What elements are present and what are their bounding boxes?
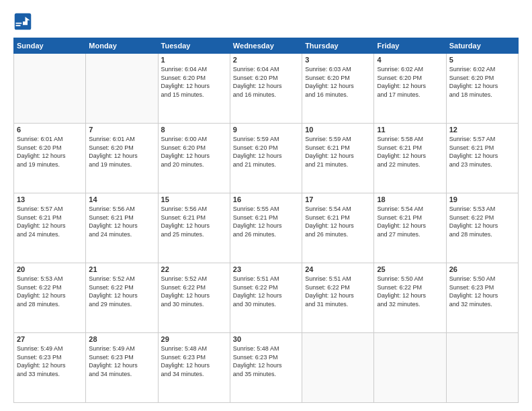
calendar-cell: 2Sunrise: 6:04 AM Sunset: 6:20 PM Daylig… <box>230 54 302 124</box>
logo <box>13 12 35 31</box>
day-number: 16 <box>233 195 299 203</box>
col-header-sunday: Sunday <box>14 38 86 54</box>
cell-info: Sunrise: 5:49 AM Sunset: 6:23 PM Dayligh… <box>17 345 83 378</box>
calendar-cell: 29Sunrise: 5:48 AM Sunset: 6:23 PM Dayli… <box>158 333 230 403</box>
cell-info: Sunrise: 5:59 AM Sunset: 6:20 PM Dayligh… <box>233 135 299 169</box>
day-number: 24 <box>305 265 371 273</box>
col-header-saturday: Saturday <box>446 38 518 54</box>
day-number: 5 <box>449 56 515 64</box>
calendar-cell: 4Sunrise: 6:02 AM Sunset: 6:20 PM Daylig… <box>374 54 446 124</box>
calendar-cell <box>446 333 518 403</box>
calendar-cell: 24Sunrise: 5:51 AM Sunset: 6:22 PM Dayli… <box>302 263 374 333</box>
calendar-cell: 7Sunrise: 6:01 AM Sunset: 6:20 PM Daylig… <box>86 124 158 193</box>
calendar-cell: 1Sunrise: 6:04 AM Sunset: 6:20 PM Daylig… <box>158 54 230 124</box>
day-number: 12 <box>449 126 515 134</box>
day-number: 28 <box>89 335 154 343</box>
day-number: 3 <box>305 56 371 64</box>
day-number: 19 <box>449 195 515 203</box>
calendar-cell: 16Sunrise: 5:55 AM Sunset: 6:21 PM Dayli… <box>230 193 302 263</box>
calendar-cell: 17Sunrise: 5:54 AM Sunset: 6:21 PM Dayli… <box>302 193 374 263</box>
calendar-cell: 28Sunrise: 5:49 AM Sunset: 6:23 PM Dayli… <box>86 333 158 403</box>
cell-info: Sunrise: 5:51 AM Sunset: 6:22 PM Dayligh… <box>305 275 371 308</box>
cell-info: Sunrise: 5:58 AM Sunset: 6:21 PM Dayligh… <box>377 135 443 169</box>
header <box>13 12 519 31</box>
calendar-cell: 5Sunrise: 6:02 AM Sunset: 6:20 PM Daylig… <box>446 54 518 124</box>
calendar-cell <box>86 54 158 124</box>
calendar-cell: 23Sunrise: 5:51 AM Sunset: 6:22 PM Dayli… <box>230 263 302 333</box>
cell-info: Sunrise: 5:48 AM Sunset: 6:23 PM Dayligh… <box>161 345 227 378</box>
day-number: 20 <box>17 265 83 273</box>
week-row-1: 1Sunrise: 6:04 AM Sunset: 6:20 PM Daylig… <box>14 54 519 124</box>
svg-rect-2 <box>16 23 22 24</box>
cell-info: Sunrise: 6:01 AM Sunset: 6:20 PM Dayligh… <box>89 135 154 169</box>
day-number: 6 <box>17 126 83 134</box>
calendar-cell: 12Sunrise: 5:57 AM Sunset: 6:21 PM Dayli… <box>446 124 518 193</box>
cell-info: Sunrise: 6:04 AM Sunset: 6:20 PM Dayligh… <box>161 65 227 99</box>
week-row-3: 13Sunrise: 5:57 AM Sunset: 6:21 PM Dayli… <box>14 193 519 263</box>
cell-info: Sunrise: 6:01 AM Sunset: 6:20 PM Dayligh… <box>17 135 83 169</box>
cell-info: Sunrise: 5:54 AM Sunset: 6:21 PM Dayligh… <box>305 205 371 238</box>
calendar-cell: 10Sunrise: 5:59 AM Sunset: 6:21 PM Dayli… <box>302 124 374 193</box>
calendar-cell <box>14 54 86 124</box>
calendar-cell: 9Sunrise: 5:59 AM Sunset: 6:20 PM Daylig… <box>230 124 302 193</box>
cell-info: Sunrise: 6:00 AM Sunset: 6:20 PM Dayligh… <box>161 135 227 169</box>
day-number: 25 <box>377 265 443 273</box>
calendar-table: SundayMondayTuesdayWednesdayThursdayFrid… <box>13 38 519 403</box>
day-number: 13 <box>17 195 83 203</box>
calendar-cell: 21Sunrise: 5:52 AM Sunset: 6:22 PM Dayli… <box>86 263 158 333</box>
col-header-tuesday: Tuesday <box>158 38 230 54</box>
calendar-cell: 13Sunrise: 5:57 AM Sunset: 6:21 PM Dayli… <box>14 193 86 263</box>
calendar-cell: 3Sunrise: 6:03 AM Sunset: 6:20 PM Daylig… <box>302 54 374 124</box>
cell-info: Sunrise: 5:56 AM Sunset: 6:21 PM Dayligh… <box>161 205 227 238</box>
cell-info: Sunrise: 5:59 AM Sunset: 6:21 PM Dayligh… <box>305 135 371 169</box>
week-row-4: 20Sunrise: 5:53 AM Sunset: 6:22 PM Dayli… <box>14 263 519 333</box>
calendar-cell <box>302 333 374 403</box>
calendar-header-row: SundayMondayTuesdayWednesdayThursdayFrid… <box>14 38 519 54</box>
day-number: 30 <box>233 335 299 343</box>
day-number: 10 <box>305 126 371 134</box>
cell-info: Sunrise: 6:04 AM Sunset: 6:20 PM Dayligh… <box>233 65 299 99</box>
page: SundayMondayTuesdayWednesdayThursdayFrid… <box>0 0 532 411</box>
calendar-cell: 6Sunrise: 6:01 AM Sunset: 6:20 PM Daylig… <box>14 124 86 193</box>
day-number: 9 <box>233 126 299 134</box>
cell-info: Sunrise: 5:49 AM Sunset: 6:23 PM Dayligh… <box>89 345 154 378</box>
cell-info: Sunrise: 5:57 AM Sunset: 6:21 PM Dayligh… <box>17 205 83 238</box>
calendar-cell: 30Sunrise: 5:48 AM Sunset: 6:23 PM Dayli… <box>230 333 302 403</box>
cell-info: Sunrise: 5:53 AM Sunset: 6:22 PM Dayligh… <box>449 205 515 238</box>
cell-info: Sunrise: 5:50 AM Sunset: 6:23 PM Dayligh… <box>449 275 515 308</box>
col-header-monday: Monday <box>86 38 158 54</box>
day-number: 7 <box>89 126 154 134</box>
cell-info: Sunrise: 5:57 AM Sunset: 6:21 PM Dayligh… <box>449 135 515 169</box>
day-number: 1 <box>161 56 227 64</box>
calendar-cell: 18Sunrise: 5:54 AM Sunset: 6:21 PM Dayli… <box>374 193 446 263</box>
day-number: 26 <box>449 265 515 273</box>
day-number: 8 <box>161 126 227 134</box>
week-row-5: 27Sunrise: 5:49 AM Sunset: 6:23 PM Dayli… <box>14 333 519 403</box>
cell-info: Sunrise: 5:55 AM Sunset: 6:21 PM Dayligh… <box>233 205 299 238</box>
day-number: 23 <box>233 265 299 273</box>
cell-info: Sunrise: 5:48 AM Sunset: 6:23 PM Dayligh… <box>233 345 299 378</box>
calendar-cell: 19Sunrise: 5:53 AM Sunset: 6:22 PM Dayli… <box>446 193 518 263</box>
cell-info: Sunrise: 5:50 AM Sunset: 6:22 PM Dayligh… <box>377 275 443 308</box>
cell-info: Sunrise: 5:52 AM Sunset: 6:22 PM Dayligh… <box>89 275 154 308</box>
calendar-cell: 26Sunrise: 5:50 AM Sunset: 6:23 PM Dayli… <box>446 263 518 333</box>
cell-info: Sunrise: 5:51 AM Sunset: 6:22 PM Dayligh… <box>233 275 299 308</box>
week-row-2: 6Sunrise: 6:01 AM Sunset: 6:20 PM Daylig… <box>14 124 519 193</box>
day-number: 27 <box>17 335 83 343</box>
cell-info: Sunrise: 5:56 AM Sunset: 6:21 PM Dayligh… <box>89 205 154 238</box>
cell-info: Sunrise: 6:03 AM Sunset: 6:20 PM Dayligh… <box>305 65 371 99</box>
svg-rect-3 <box>16 25 21 26</box>
col-header-wednesday: Wednesday <box>230 38 302 54</box>
calendar-cell: 20Sunrise: 5:53 AM Sunset: 6:22 PM Dayli… <box>14 263 86 333</box>
col-header-thursday: Thursday <box>302 38 374 54</box>
calendar-cell: 27Sunrise: 5:49 AM Sunset: 6:23 PM Dayli… <box>14 333 86 403</box>
calendar-cell: 22Sunrise: 5:52 AM Sunset: 6:22 PM Dayli… <box>158 263 230 333</box>
calendar-cell: 14Sunrise: 5:56 AM Sunset: 6:21 PM Dayli… <box>86 193 158 263</box>
day-number: 2 <box>233 56 299 64</box>
col-header-friday: Friday <box>374 38 446 54</box>
day-number: 21 <box>89 265 154 273</box>
day-number: 4 <box>377 56 443 64</box>
cell-info: Sunrise: 6:02 AM Sunset: 6:20 PM Dayligh… <box>377 65 443 99</box>
calendar-cell: 11Sunrise: 5:58 AM Sunset: 6:21 PM Dayli… <box>374 124 446 193</box>
calendar-cell: 8Sunrise: 6:00 AM Sunset: 6:20 PM Daylig… <box>158 124 230 193</box>
